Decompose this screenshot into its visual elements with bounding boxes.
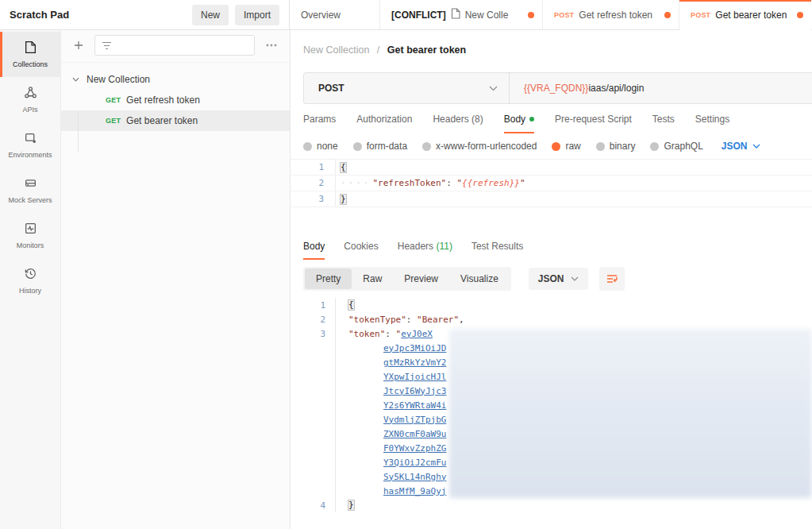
chevron-down-icon: [752, 144, 760, 149]
json-separator: :: [406, 315, 417, 325]
tab-get-refresh-token[interactable]: POST Get refresh token: [543, 0, 679, 29]
tab-body[interactable]: Body: [504, 114, 534, 133]
whitespace-dots: ····: [341, 178, 371, 188]
token-link-fragment[interactable]: Y2s6YWRtaW4i: [383, 400, 446, 411]
new-button[interactable]: New: [192, 5, 229, 25]
chevron-down-icon: [571, 276, 579, 281]
json-key: "tokenType": [348, 315, 406, 325]
request-body-editor[interactable]: 1 { 2 ····"refreshToken": "{{refresh}}" …: [291, 159, 812, 207]
body-language-dropdown[interactable]: JSON: [722, 141, 760, 152]
response-language-dropdown[interactable]: JSON: [529, 268, 588, 290]
view-preview[interactable]: Preview: [393, 268, 449, 289]
tab-refresh-label: Get refresh token: [579, 10, 652, 21]
response-tabs: Body Cookies Headers (11) Test Results: [291, 241, 812, 260]
breadcrumb-collection[interactable]: New Collection: [303, 44, 369, 56]
token-link-fragment[interactable]: eyJpc3MiOiJD: [383, 343, 446, 353]
radio-x-www-form-urlencoded[interactable]: x-www-form-urlencoded: [422, 141, 537, 152]
radio-none[interactable]: none: [303, 141, 338, 152]
request-config-tabs: Params Authorization Headers (8) Body Pr…: [291, 114, 812, 133]
tree-guide-line: [78, 110, 79, 152]
request-row-get-bearer-token[interactable]: GET Get bearer token: [61, 110, 290, 131]
token-link-fragment[interactable]: Sy5KL14nRghy: [383, 472, 446, 482]
unsaved-dot-icon: [797, 12, 803, 18]
postman-app: Scratch Pad New Import Overview [CONFLIC…: [0, 0, 812, 529]
view-visualize[interactable]: Visualize: [449, 268, 510, 289]
sidebar-item-apis[interactable]: APIs: [0, 77, 60, 122]
code-line: 3 }: [291, 191, 812, 207]
workspace: Collections APIs Environments Mock Serve…: [0, 30, 812, 529]
tab-settings[interactable]: Settings: [695, 114, 729, 133]
add-collection-button[interactable]: [71, 37, 87, 53]
request-row-get-refresh-token[interactable]: GET Get refresh token: [61, 90, 290, 110]
radio-binary[interactable]: binary: [596, 141, 636, 152]
line-number: 4: [291, 500, 335, 511]
url-variable: {{VRA_FQDN}}: [524, 83, 588, 94]
collection-row-new-collection[interactable]: New Collection: [61, 69, 290, 90]
apis-icon: [24, 86, 37, 101]
spacer: [291, 207, 812, 241]
import-button[interactable]: Import: [235, 5, 279, 25]
wrap-lines-button[interactable]: [599, 267, 625, 291]
headers-count: (11): [436, 241, 452, 252]
response-language-label: JSON: [538, 273, 564, 284]
url-input[interactable]: {{VRA_FQDN}}iaas/api/login: [510, 83, 644, 94]
tab-get-bearer-token[interactable]: POST Get bearer token: [679, 0, 811, 29]
radio-form-data[interactable]: form-data: [353, 141, 407, 152]
tab-overview[interactable]: Overview: [290, 0, 380, 29]
token-link-fragment[interactable]: gtMzRkYzVmY2: [383, 357, 446, 368]
request-name: Get refresh token: [126, 95, 200, 106]
tab-new-collection-conflict[interactable]: [CONFLICT] New Colle: [380, 0, 543, 29]
token-link-fragment[interactable]: F0YWxvZzphZG: [383, 443, 446, 454]
token-link-fragment[interactable]: VydmljZTpjbG: [383, 415, 446, 425]
token-link-fragment[interactable]: Y3QiOiJ2cmFu: [383, 458, 446, 468]
monitors-icon: [24, 222, 37, 237]
code-line: 1 {: [291, 160, 812, 176]
sidebar-filter-text[interactable]: [117, 40, 248, 51]
chevron-down-icon: [72, 77, 79, 82]
collections-tree: New Collection GET Get refresh token GET…: [61, 63, 290, 131]
token-link-fragment[interactable]: JtcyI6WyJjc3: [383, 386, 446, 396]
radio-graphql[interactable]: GraphQL: [650, 141, 702, 152]
radio-raw[interactable]: raw: [552, 141, 580, 152]
response-tab-test-results[interactable]: Test Results: [471, 241, 523, 260]
method-badge-get: GET: [106, 117, 121, 125]
sidebar-item-collections[interactable]: Collections: [0, 32, 60, 77]
breadcrumb: New Collection / Get bearer token: [291, 30, 812, 67]
tab-params[interactable]: Params: [303, 114, 336, 133]
method-dropdown[interactable]: POST: [304, 73, 509, 103]
close-brace: }: [348, 500, 354, 510]
tab-headers[interactable]: Headers (8): [433, 114, 483, 133]
file-icon: [451, 8, 460, 21]
tab-pre-request-script[interactable]: Pre-request Script: [555, 114, 632, 133]
open-brace: {: [341, 163, 346, 172]
sidebar-more-button[interactable]: [263, 37, 280, 53]
response-tab-body[interactable]: Body: [303, 241, 325, 260]
token-link-fragment[interactable]: hasMfM_9aQyj: [383, 486, 446, 496]
line-number: 3: [291, 194, 335, 204]
response-tab-headers[interactable]: Headers (11): [398, 241, 452, 260]
line-number: 1: [291, 162, 335, 172]
sidebar-filter-input[interactable]: [94, 35, 255, 56]
token-link-fragment[interactable]: ZXN0cmF0aW9u: [383, 429, 446, 439]
sidebar-toolbar: [61, 35, 290, 63]
json-quote: ": [396, 329, 402, 339]
request-name: Get bearer token: [126, 115, 198, 126]
sidebar-item-monitors[interactable]: Monitors: [0, 213, 60, 258]
view-pretty[interactable]: Pretty: [305, 268, 352, 289]
view-raw[interactable]: Raw: [352, 268, 393, 289]
tab-authorization[interactable]: Authorization: [356, 114, 412, 133]
radio-selected-icon: [552, 142, 560, 151]
radio-label: none: [317, 141, 338, 152]
sidebar-item-history[interactable]: History: [0, 258, 60, 303]
tab-tests[interactable]: Tests: [652, 114, 675, 133]
token-link-start[interactable]: eyJ0eX: [401, 329, 433, 339]
sidebar-item-environments[interactable]: Environments: [0, 122, 60, 168]
method-label: POST: [318, 83, 344, 94]
line-number: 1: [291, 300, 335, 311]
collections-icon: [24, 41, 37, 56]
sidebar-item-mock-servers[interactable]: Mock Servers: [0, 168, 60, 213]
token-link-fragment[interactable]: YXpwIjoicHJl: [383, 372, 446, 382]
response-tab-cookies[interactable]: Cookies: [344, 241, 378, 260]
request-panel: New Collection / Get bearer token POST {…: [291, 30, 812, 529]
tab-method-badge: POST: [554, 11, 574, 19]
